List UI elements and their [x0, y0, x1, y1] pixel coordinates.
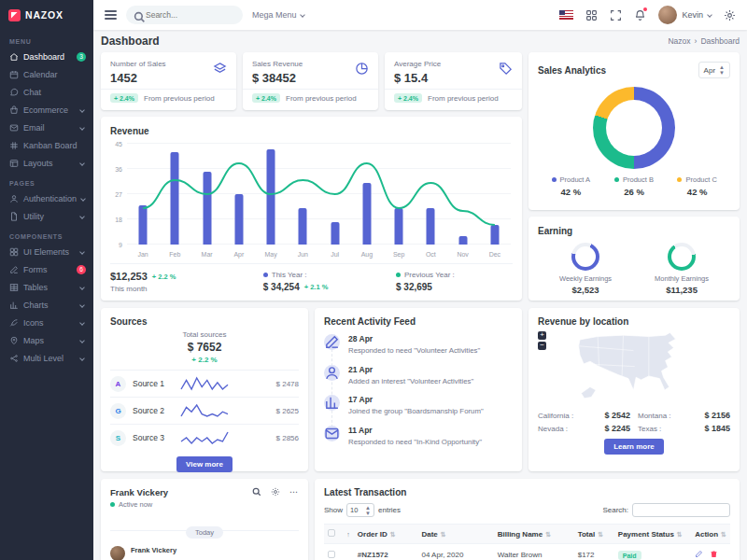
notification-dot — [643, 7, 647, 11]
settings-gear-icon[interactable] — [724, 9, 736, 21]
chart-icon — [324, 395, 340, 411]
menu-toggle-icon[interactable] — [105, 8, 117, 21]
sidebar-item-label: Kanban Board — [23, 141, 78, 150]
sidebar-item-label: Multi Level — [23, 354, 63, 363]
brand-logo-icon — [8, 9, 21, 21]
sidebar-item-tables[interactable]: Tables — [0, 278, 93, 296]
layouts-icon — [9, 159, 19, 168]
legend-item: Product B26 % — [603, 175, 666, 197]
column-header-payment-status[interactable]: Payment Status⇅ — [614, 525, 691, 544]
legend-dot — [677, 177, 682, 182]
source-row[interactable]: SSource 3$ 2856 — [110, 424, 299, 451]
column-header-date[interactable]: Date⇅ — [417, 525, 493, 544]
chevron-down-icon — [707, 12, 712, 18]
map-zoom-out-button[interactable]: − — [538, 342, 546, 350]
usa-map[interactable] — [551, 329, 734, 406]
icons-icon — [9, 318, 19, 328]
map-zoom-in-button[interactable]: + — [538, 331, 546, 340]
radial-progress — [571, 243, 599, 271]
column-header-total[interactable]: Total⇅ — [574, 525, 614, 544]
column-header-action[interactable]: Action⇅ — [691, 525, 730, 544]
table-search-input[interactable] — [632, 503, 730, 517]
sidebar-item-charts[interactable]: Charts — [0, 296, 93, 314]
sidebar-item-ecommerce[interactable]: Ecommerce — [0, 101, 93, 119]
chat-more-icon[interactable]: ⋯ — [289, 487, 299, 497]
chevron-down-icon — [79, 249, 85, 255]
sidebar-item-kanban-board[interactable]: Kanban Board — [0, 136, 93, 154]
sidebar-item-label: Icons — [23, 318, 44, 328]
forms-icon — [9, 265, 19, 274]
tables-icon — [9, 283, 19, 292]
sidebar-item-label: Maps — [23, 336, 44, 345]
sidebar-item-label: Dashboard — [23, 52, 64, 62]
view-more-button[interactable]: View more — [176, 456, 233, 472]
language-flag-us[interactable] — [559, 10, 573, 20]
sidebar-section-label: COMPONENTS — [0, 225, 93, 243]
sidebar-item-email[interactable]: Email — [0, 119, 93, 136]
delta-badge: + 2.4% — [252, 93, 280, 103]
sidebar-item-layouts[interactable]: Layouts — [0, 154, 93, 172]
sidebar-item-maps[interactable]: Maps — [0, 331, 93, 349]
chat-user-name: Frank Vickery — [110, 487, 168, 497]
chat-settings-gear-icon[interactable] — [271, 487, 280, 497]
delete-trash-icon[interactable] — [710, 550, 718, 558]
sidebar-item-authentication[interactable]: Authentication — [0, 189, 93, 207]
online-status-dot — [110, 502, 115, 507]
legend-dot — [614, 177, 619, 182]
source-row[interactable]: GSource 2$ 2625 — [110, 397, 299, 424]
calendar-icon — [9, 70, 19, 79]
mega-menu-button[interactable]: Mega Menu — [252, 10, 306, 20]
card-title: Revenue — [110, 126, 513, 136]
search-icon — [134, 11, 141, 19]
delta-badge: + 2.4% — [394, 93, 422, 103]
sidebar-item-ui-elements[interactable]: UI Elements — [0, 243, 93, 260]
recent-activity-card: Recent Activity Feed 28 AprResponded to … — [315, 308, 522, 471]
sidebar-item-icons[interactable]: Icons — [0, 314, 93, 331]
source-row[interactable]: ASource 1$ 2478 — [110, 370, 299, 397]
nazox-dashboard: NAZOX MENUDashboard3CalendarChatEcommerc… — [0, 0, 747, 560]
maps-icon — [9, 336, 19, 345]
utility-icon — [9, 212, 19, 221]
sidebar-item-calendar[interactable]: Calendar — [0, 65, 93, 83]
chat-search-icon[interactable] — [252, 487, 261, 497]
mail-icon — [324, 426, 340, 441]
ecommerce-icon — [9, 105, 19, 115]
source-sparkline — [180, 376, 229, 391]
sidebar-item-dashboard[interactable]: Dashboard3 — [0, 48, 93, 65]
activity-item: 11 AprResponded to need "In-Kind Opportu… — [324, 426, 513, 446]
select-all-checkbox[interactable] — [328, 529, 335, 537]
sort-icon[interactable]: ↑ — [346, 531, 350, 538]
edit-icon[interactable] — [695, 550, 703, 558]
sort-icon: ⇅ — [390, 531, 396, 538]
notifications-bell-icon[interactable] — [634, 9, 646, 21]
earning-item: Weekly Earnings$2,523 — [559, 243, 612, 295]
entries-select[interactable]: 10 ▲▼ — [346, 503, 374, 517]
card-title: Recent Activity Feed — [324, 316, 513, 327]
column-header-order-id[interactable]: Order ID⇅ — [354, 525, 418, 544]
earning-items: Weekly Earnings$2,523Monthly Earnings$11… — [538, 243, 730, 295]
search-input[interactable] — [146, 10, 230, 20]
period-select[interactable]: Apr ▲▼ — [698, 62, 730, 78]
tag-icon — [499, 62, 513, 76]
sidebar-item-forms[interactable]: Forms6 — [0, 260, 93, 278]
sort-icon: ⇅ — [441, 531, 446, 538]
sidebar-item-chat[interactable]: Chat — [0, 83, 93, 101]
chevron-down-icon — [79, 356, 85, 361]
user-menu[interactable]: Kevin — [658, 6, 712, 24]
fullscreen-icon[interactable] — [610, 9, 622, 21]
row-checkbox[interactable] — [328, 551, 335, 558]
sidebar-item-utility[interactable]: Utility — [0, 207, 93, 225]
sidebar-item-multi-level[interactable]: Multi Level — [0, 349, 93, 367]
breadcrumb-current: Dashboard — [700, 36, 740, 46]
apps-grid-icon[interactable] — [585, 9, 598, 21]
brand-logo[interactable]: NAZOX — [0, 0, 93, 30]
order-id[interactable]: #NZ1572 — [354, 544, 418, 560]
learn-more-button[interactable]: Learn more — [604, 439, 664, 455]
charts-icon — [9, 301, 19, 310]
legend-value: 42 % — [540, 187, 602, 197]
chevron-down-icon — [300, 12, 305, 18]
y-axis-labels: 918273645 — [110, 144, 125, 245]
breadcrumb-parent[interactable]: Nazox — [668, 36, 690, 46]
source-sparkline — [180, 430, 229, 445]
column-header-billing-name[interactable]: Billing Name⇅ — [494, 525, 574, 544]
